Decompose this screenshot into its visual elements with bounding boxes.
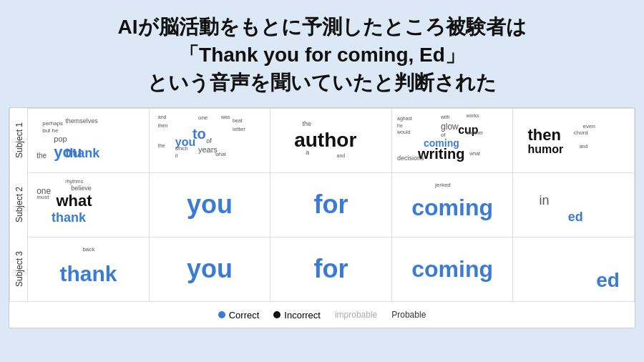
legend-improbable: improbable — [335, 310, 377, 320]
cell-s2-you: you — [149, 172, 270, 237]
cell-s1-ed: then even chord humor and — [513, 108, 635, 172]
correct-label: Correct — [229, 310, 260, 321]
table-row: Subject 2 rhythms one believe most what … — [10, 172, 635, 237]
header-line1: AIが脳活動をもとに予測したところ被験者は — [118, 16, 527, 38]
cell-s1-you: and one was beat then to letter you of t… — [149, 108, 270, 172]
cell-s2-coming: jerked coming — [391, 172, 513, 237]
cell-s2-thank: rhythms one believe most what thank — [28, 172, 150, 237]
cell-s1-for: the author a and — [270, 108, 392, 172]
cell-s3-for: for — [270, 237, 392, 301]
legend-probable: Probable — [391, 310, 426, 320]
legend-correct: Correct — [218, 310, 260, 321]
main-table-container: Subject 1 thank perhaps themselves but h… — [9, 107, 635, 328]
cell-s3-coming: coming — [391, 237, 513, 301]
probable-label: Probable — [391, 310, 426, 320]
cell-s1-thank: thank perhaps themselves but he pop you … — [28, 108, 150, 172]
cell-s2-for: for — [270, 172, 392, 237]
cell-s3-ed: ed — [513, 237, 635, 301]
header-line3: という音声を聞いていたと判断された — [147, 72, 497, 94]
cell-s3-you: you — [149, 237, 270, 301]
cell-s3-thank: back thank — [28, 237, 150, 301]
cell-s2-ed: in ed — [513, 172, 635, 237]
word-grid: Subject 1 thank perhaps themselves but h… — [9, 108, 635, 328]
correct-dot — [218, 311, 225, 318]
subject-2-label: Subject 2 — [10, 172, 28, 237]
legend-row: Correct Incorrect improbable Probable — [10, 301, 635, 328]
subject-3-label: Subject 3 — [10, 237, 28, 301]
table-row: Subject 3 back thank you — [10, 237, 635, 301]
subject-1-label: Subject 1 — [10, 108, 28, 172]
improbable-label: improbable — [335, 310, 377, 320]
incorrect-dot — [273, 311, 280, 318]
legend-incorrect: Incorrect — [273, 310, 321, 321]
header: AIが脳活動をもとに予測したところ被験者は 「Thank you for com… — [0, 0, 644, 107]
cell-s1-coming: aghast with works he glow cup would of a… — [391, 108, 513, 172]
table-row: Subject 1 thank perhaps themselves but h… — [10, 108, 635, 172]
header-line2: 「Thank you for coming, Ed」 — [179, 44, 465, 66]
incorrect-label: Incorrect — [284, 310, 321, 321]
